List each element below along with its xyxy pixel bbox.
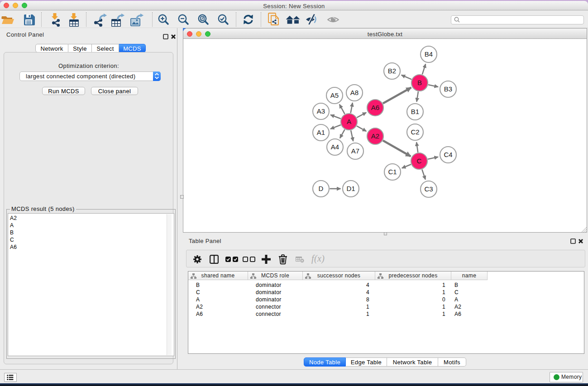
svg-text:A8: A8 xyxy=(350,89,359,96)
svg-text:C4: C4 xyxy=(444,151,452,158)
svg-text:B: B xyxy=(417,79,422,86)
svg-text:A6: A6 xyxy=(371,104,379,111)
svg-text:D1: D1 xyxy=(346,185,355,192)
svg-text:A4: A4 xyxy=(331,143,339,151)
svg-text:C3: C3 xyxy=(424,185,433,193)
svg-text:B2: B2 xyxy=(388,67,396,75)
svg-text:B1: B1 xyxy=(411,108,419,115)
svg-text:B3: B3 xyxy=(444,85,452,93)
svg-text:C2: C2 xyxy=(411,128,419,136)
svg-text:A3: A3 xyxy=(317,107,325,115)
svg-text:B4: B4 xyxy=(425,50,433,58)
svg-text:A1: A1 xyxy=(317,129,325,136)
svg-text:C1: C1 xyxy=(388,168,397,176)
svg-text:A5: A5 xyxy=(330,91,339,99)
svg-text:A2: A2 xyxy=(371,132,379,140)
svg-text:D: D xyxy=(319,185,324,192)
svg-text:A7: A7 xyxy=(351,147,359,155)
svg-text:C: C xyxy=(417,157,422,165)
svg-text:A: A xyxy=(347,118,351,125)
